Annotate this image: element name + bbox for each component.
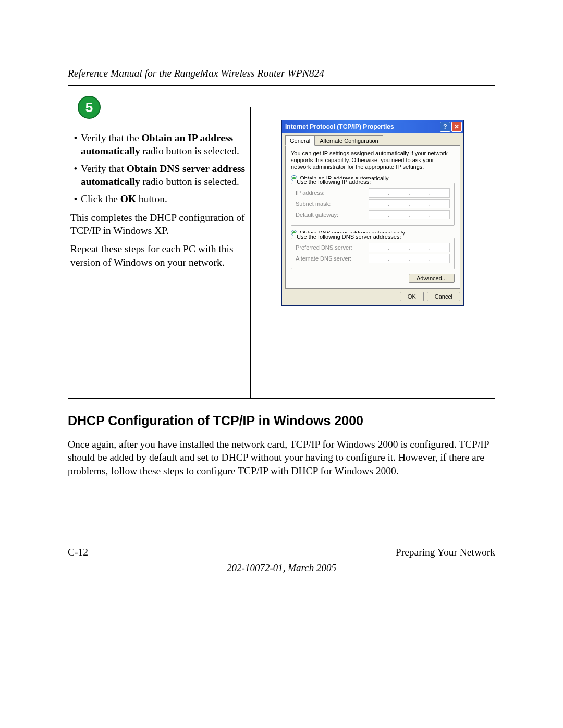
footer-section-title: Preparing Your Network — [396, 547, 495, 558]
row-gateway: Default gateway: ... — [296, 210, 450, 219]
row-subnet: Subnet mask: ... — [296, 199, 450, 208]
ip-address-field[interactable]: ... — [369, 188, 450, 198]
bullet-marker: • — [70, 131, 81, 158]
footer-doc-id: 202-10072-01, March 2005 — [68, 562, 495, 574]
section-heading: DHCP Configuration of TCP/IP in Windows … — [68, 413, 495, 428]
radio-use-following-dns[interactable]: Use the following DNS server addresses: — [297, 233, 401, 240]
alternate-dns-field[interactable]: ... — [369, 254, 450, 263]
tab-general[interactable]: General — [285, 135, 315, 146]
bullet-item: • Click the OK button. — [70, 192, 246, 205]
step-paragraph: Repeat these steps for each PC with this… — [70, 242, 246, 269]
ok-button[interactable]: OK — [400, 292, 424, 301]
cancel-button[interactable]: Cancel — [427, 292, 460, 301]
fieldset-static-dns: Use the following DNS server addresses: … — [291, 238, 455, 269]
label-ip-address: IP address: — [296, 190, 369, 196]
label-preferred-dns: Preferred DNS server: — [296, 244, 369, 251]
page-number: C-12 — [68, 547, 88, 558]
footer-rule — [68, 542, 495, 542]
dialog-description: You can get IP settings assigned automat… — [291, 150, 455, 171]
help-icon[interactable]: ? — [440, 122, 450, 132]
default-gateway-field[interactable]: ... — [369, 210, 450, 219]
step-container: 5 • Verify that the Obtain an IP address… — [68, 107, 495, 399]
bullet-marker: • — [70, 162, 81, 189]
bullet-text: Verify that the — [81, 132, 141, 143]
preferred-dns-field[interactable]: ... — [369, 243, 450, 252]
bullet-text: radio button is selected. — [140, 176, 239, 187]
advanced-button[interactable]: Advanced... — [409, 274, 455, 283]
label-alternate-dns: Alternate DNS server: — [296, 255, 369, 262]
subnet-mask-field[interactable]: ... — [369, 199, 450, 208]
tab-alternate-configuration[interactable]: Alternate Configuration — [315, 135, 383, 146]
bullet-text: Verify that — [81, 163, 127, 174]
tcpip-properties-dialog: Internet Protocol (TCP/IP) Properties ? … — [282, 120, 464, 306]
tab-panel-general: You can get IP settings assigned automat… — [285, 145, 460, 289]
step-paragraph: This completes the DHCP configuration of… — [70, 211, 246, 238]
row-preferred-dns: Preferred DNS server: ... — [296, 243, 450, 252]
bullet-text: button. — [136, 193, 167, 204]
row-alternate-dns: Alternate DNS server: ... — [296, 254, 450, 263]
header-rule — [68, 85, 495, 86]
step-number-badge: 5 — [78, 96, 101, 119]
bullet-text: radio button is selected. — [140, 145, 239, 156]
bullet-marker: • — [70, 192, 81, 205]
bullet-bold: OK — [120, 193, 136, 204]
label-subnet: Subnet mask: — [296, 201, 369, 207]
fieldset-static-ip: Use the following IP address: IP address… — [291, 183, 455, 226]
dialog-tabs: General Alternate Configuration — [285, 135, 460, 145]
row-ip-address: IP address: ... — [296, 188, 450, 198]
bullet-text: Click the — [81, 193, 120, 204]
doc-header-title: Reference Manual for the RangeMax Wirele… — [68, 68, 495, 79]
label-gateway: Default gateway: — [296, 212, 369, 218]
section-body: Once again, after you have installed the… — [68, 438, 495, 477]
dialog-title: Internet Protocol (TCP/IP) Properties — [285, 123, 439, 130]
step-screenshot: Internet Protocol (TCP/IP) Properties ? … — [251, 107, 495, 398]
bullet-item: • Verify that the Obtain an IP address a… — [70, 131, 246, 158]
close-icon[interactable]: ✕ — [451, 122, 462, 132]
step-instructions: 5 • Verify that the Obtain an IP address… — [68, 107, 251, 398]
bullet-item: • Verify that Obtain DNS server address … — [70, 162, 246, 189]
dialog-titlebar[interactable]: Internet Protocol (TCP/IP) Properties ? … — [282, 120, 463, 133]
radio-use-following-ip[interactable]: Use the following IP address: — [297, 179, 371, 185]
